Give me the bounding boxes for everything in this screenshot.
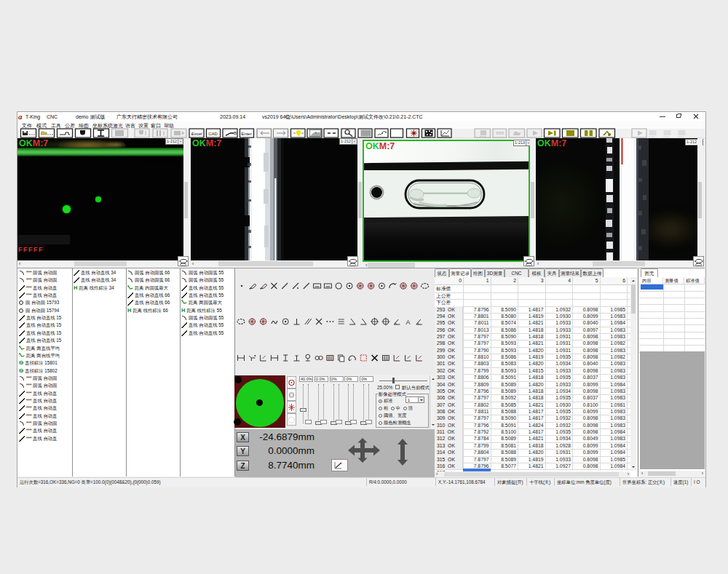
svg-text:B: B [234, 131, 237, 135]
svg-text:Excel: Excel [191, 132, 202, 136]
svg-text:CAD: CAD [208, 132, 218, 136]
svg-text:BBB: BBB [496, 131, 504, 135]
svg-text:A: A [405, 319, 410, 326]
svg-text:Enter: Enter [241, 132, 251, 136]
